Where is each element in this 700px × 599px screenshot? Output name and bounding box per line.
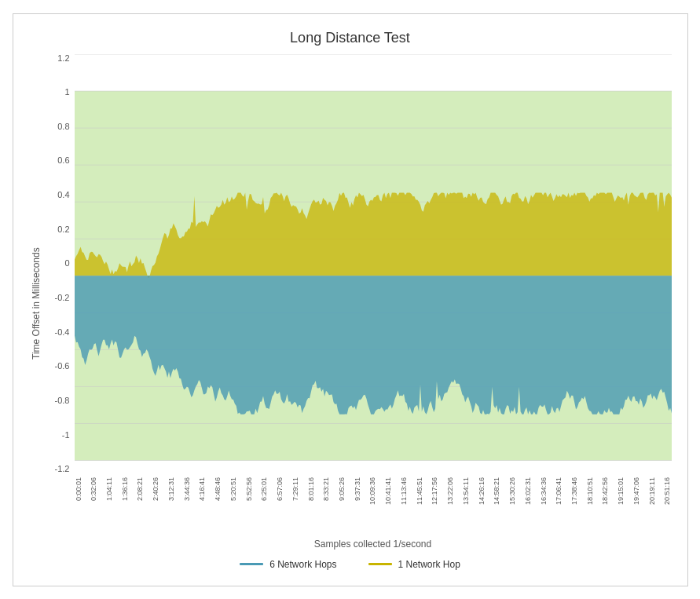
- legend-item-series2: 1 Network Hop: [368, 559, 460, 570]
- y-tick: 1.2: [46, 54, 70, 63]
- x-tick: 13:54:11: [462, 477, 470, 505]
- x-tick: 18:10:51: [586, 477, 594, 505]
- x-tick: 9:05:26: [338, 477, 346, 501]
- y-ticks: 1.210.80.60.40.20-0.2-0.4-0.6-0.8-1-1.2: [46, 54, 75, 474]
- chart-right: 1.210.80.60.40.20-0.2-0.4-0.6-0.8-1-1.2 …: [46, 54, 672, 553]
- x-tick: 16:34:36: [540, 477, 548, 505]
- x-tick: 3:12:31: [167, 477, 175, 501]
- y-tick: 0.2: [46, 225, 70, 234]
- x-tick: 5:20:51: [229, 477, 237, 501]
- x-tick: 6:57:06: [276, 477, 284, 501]
- chart-container: Long Distance Test Time Offset in Millis…: [13, 13, 688, 586]
- x-tick: 7:29:11: [291, 477, 299, 501]
- y-tick: -0.2: [46, 294, 70, 302]
- x-tick: 12:17:56: [431, 477, 438, 505]
- chart-body: Time Offset in Milliseconds 1.210.80.60.…: [29, 54, 672, 553]
- x-tick: 20:19:11: [648, 477, 656, 505]
- x-axis-area: 0:00:010:32:061:04:111:36:162:08:212:40:…: [75, 474, 672, 553]
- y-tick: -0.8: [46, 396, 70, 405]
- x-ticks: 0:00:010:32:061:04:111:36:162:08:212:40:…: [75, 474, 672, 537]
- chart-svg: [75, 54, 672, 474]
- x-tick: 19:15:01: [617, 477, 625, 505]
- y-tick: -1: [46, 431, 70, 440]
- y-tick: 1: [46, 88, 70, 97]
- y-axis-label: Time Offset in Milliseconds: [29, 54, 43, 553]
- x-tick: 10:09:36: [368, 477, 376, 505]
- x-tick: 4:16:41: [198, 477, 206, 501]
- legend-line-series1: [240, 563, 263, 565]
- chart-title: Long Distance Test: [29, 30, 672, 46]
- x-tick: 15:30:26: [508, 477, 516, 505]
- x-tick: 2:40:26: [152, 477, 159, 501]
- x-tick: 0:32:06: [90, 477, 97, 501]
- x-tick: 1:04:11: [105, 477, 113, 501]
- x-tick: 8:33:21: [322, 477, 330, 501]
- x-axis-label: Samples collected 1/second: [75, 539, 672, 550]
- y-tick: 0.6: [46, 156, 70, 165]
- y-tick: -0.4: [46, 328, 70, 337]
- y-tick: -0.6: [46, 362, 70, 371]
- x-tick: 17:06:41: [555, 477, 563, 505]
- x-tick: 11:45:51: [416, 477, 423, 505]
- x-tick: 0:00:01: [75, 477, 82, 501]
- legend: 6 Network Hops 1 Network Hop: [29, 559, 672, 570]
- x-tick: 3:44:36: [183, 477, 191, 501]
- x-tick: 19:47:06: [632, 477, 640, 505]
- x-tick: 14:26:16: [478, 477, 486, 505]
- y-tick: 0.8: [46, 122, 70, 131]
- x-tick: 8:01:16: [307, 477, 315, 501]
- x-tick: 20:51:16: [663, 477, 671, 505]
- x-tick: 9:37:31: [354, 477, 361, 501]
- legend-label-series2: 1 Network Hop: [398, 559, 460, 570]
- x-tick: 11:13:46: [400, 477, 408, 505]
- x-tick: 14:58:21: [493, 477, 500, 505]
- y-tick: 0: [46, 259, 70, 268]
- x-tick: 2:08:21: [136, 477, 144, 501]
- x-tick: 5:52:56: [245, 477, 253, 501]
- legend-line-series2: [368, 563, 392, 565]
- x-tick: 6:25:01: [260, 477, 268, 501]
- x-tick: 13:22:06: [446, 477, 454, 505]
- x-tick: 4:48:46: [214, 477, 222, 501]
- x-tick: 10:41:41: [384, 477, 392, 505]
- plot-area-wrapper: 1.210.80.60.40.20-0.2-0.4-0.6-0.8-1-1.2: [46, 54, 672, 474]
- legend-label-series1: 6 Network Hops: [269, 559, 336, 570]
- x-tick: 16:02:31: [524, 477, 532, 505]
- legend-item-series1: 6 Network Hops: [240, 559, 336, 570]
- x-tick: 1:36:16: [121, 477, 129, 501]
- y-tick: 0.4: [46, 191, 70, 199]
- x-tick: 18:42:56: [601, 477, 609, 505]
- plot-area: [75, 54, 672, 474]
- y-tick: -1.2: [46, 465, 70, 473]
- x-tick: 17:38:46: [570, 477, 578, 505]
